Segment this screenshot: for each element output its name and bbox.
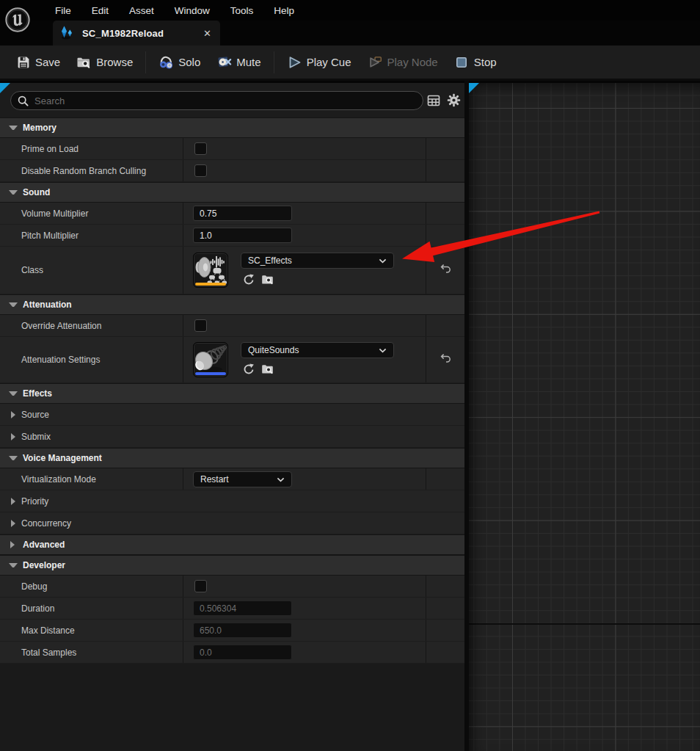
property-label: Virtualization Mode <box>0 468 183 490</box>
mute-button[interactable]: Mute <box>208 46 269 79</box>
expander-row-submix[interactable]: Submix <box>0 426 464 448</box>
row-label: Source <box>21 410 49 420</box>
play-cue-button[interactable]: Play Cue <box>279 46 360 79</box>
menu-items: FileEditAssetWindowToolsHelp <box>45 0 305 21</box>
tab-close-button[interactable]: ✕ <box>203 21 211 46</box>
reset-column <box>426 160 464 181</box>
category-header-memory[interactable]: Memory <box>0 117 464 138</box>
prime-on-load-checkbox[interactable] <box>194 142 207 155</box>
menu-item-tools[interactable]: Tools <box>220 5 264 16</box>
asset-tab-sc-m1982reload[interactable]: SC_M1982Reload ✕ <box>53 21 220 46</box>
dropdown-value: SC_Effects <box>248 255 292 266</box>
property-value-cell <box>183 138 426 159</box>
asset-picker: SC_Effects <box>241 253 394 289</box>
reset-to-default-icon[interactable] <box>440 264 451 277</box>
toolbar: SaveBrowseSoloMutePlay CuePlay NodeStop <box>0 46 700 81</box>
search-box[interactable] <box>10 91 423 110</box>
class-dropdown[interactable]: SC_Effects <box>241 253 394 269</box>
browse-to-asset-icon[interactable] <box>261 274 274 289</box>
property-row-debug: Debug <box>0 576 464 598</box>
expander-row-priority[interactable]: Priority <box>0 490 464 512</box>
property-label: Max Distance <box>0 620 183 641</box>
property-value-cell: SC_Effects <box>183 247 426 294</box>
play-cue-icon <box>287 54 302 70</box>
search-row-icons <box>427 83 461 117</box>
solo-icon <box>158 54 174 70</box>
play-cue-label: Play Cue <box>307 56 351 68</box>
collapsed-arrow-icon[interactable] <box>11 498 18 505</box>
debug-checkbox[interactable] <box>194 580 207 592</box>
category-header-sound[interactable]: Sound <box>0 182 464 203</box>
volume-multiplier-field[interactable]: 0.75 <box>193 206 292 221</box>
collapsed-arrow-icon[interactable] <box>11 520 18 527</box>
expander-row-source[interactable]: Source <box>0 404 464 426</box>
property-row-duration: Duration0.506304 <box>0 598 464 620</box>
chevron-down-icon <box>379 345 387 355</box>
property-label: Disable Random Branch Culling <box>0 160 183 181</box>
browse-to-asset-icon[interactable] <box>261 363 274 378</box>
reset-to-default-icon[interactable] <box>440 353 451 366</box>
unreal-engine-logo-icon[interactable] <box>4 7 31 33</box>
category-label: Advanced <box>23 540 65 550</box>
chevron-down-icon <box>379 255 387 266</box>
property-value-cell <box>183 160 426 181</box>
collapsed-arrow-icon[interactable] <box>11 433 18 440</box>
max-distance-field: 650.0 <box>193 623 292 638</box>
menu-item-asset[interactable]: Asset <box>119 5 164 16</box>
expander-row-concurrency[interactable]: Concurrency <box>0 512 464 534</box>
use-selected-asset-icon[interactable] <box>243 274 255 289</box>
row-label: Concurrency <box>21 518 71 529</box>
menu-item-window[interactable]: Window <box>164 5 220 16</box>
property-row-volume-multiplier: Volume Multiplier0.75 <box>0 203 464 225</box>
unreal-soundcue-editor-window: FileEditAssetWindowToolsHelp SC_M1982Rel… <box>0 0 700 751</box>
property-value-cell: 650.0 <box>183 620 426 641</box>
override-attenuation-checkbox[interactable] <box>194 319 207 332</box>
category-header-effects[interactable]: Effects <box>0 383 464 404</box>
category-header-attenuation[interactable]: Attenuation <box>0 294 464 315</box>
soundcue-icon <box>59 26 74 40</box>
solo-button[interactable]: Solo <box>150 46 208 79</box>
toolbar-separator <box>274 51 274 73</box>
property-label: Debug <box>0 576 183 597</box>
menu-item-file[interactable]: File <box>45 5 81 16</box>
category-label: Effects <box>23 388 52 399</box>
column-view-icon[interactable] <box>427 94 440 107</box>
mute-icon <box>216 54 232 70</box>
property-value-cell <box>183 576 426 597</box>
search-icon <box>18 95 29 106</box>
property-value-cell: QuiteSounds <box>183 337 426 382</box>
category-header-voice-management[interactable]: Voice Management <box>0 448 464 468</box>
play-node-button[interactable]: Play Node <box>360 46 446 79</box>
stop-button[interactable]: Stop <box>446 46 505 79</box>
reset-column <box>426 337 464 382</box>
reset-column <box>426 247 464 294</box>
settings-gear-icon[interactable] <box>447 93 461 107</box>
graph-panel[interactable] <box>469 83 700 751</box>
category-label: Voice Management <box>23 453 102 463</box>
expanded-arrow-icon <box>9 563 18 567</box>
property-value-cell <box>183 315 426 336</box>
attenuation-settings-thumbnail[interactable] <box>193 342 228 377</box>
save-button[interactable]: Save <box>7 46 68 79</box>
property-row-total-samples: Total Samples0.0 <box>0 642 464 664</box>
class-thumbnail[interactable] <box>193 253 228 288</box>
total-samples-field: 0.0 <box>193 645 292 660</box>
menu-item-edit[interactable]: Edit <box>81 5 119 16</box>
property-label: Pitch Multiplier <box>0 225 183 246</box>
property-label: Prime on Load <box>0 138 183 159</box>
collapsed-arrow-icon[interactable] <box>11 411 18 418</box>
details-property-list: MemoryPrime on LoadDisable Random Branch… <box>0 117 464 664</box>
search-input[interactable] <box>34 95 387 106</box>
attenuation-settings-dropdown[interactable]: QuiteSounds <box>241 342 394 358</box>
disable-random-branch-culling-checkbox[interactable] <box>194 164 207 177</box>
use-selected-asset-icon[interactable] <box>243 363 255 378</box>
property-row-disable-random-branch-culling: Disable Random Branch Culling <box>0 160 464 182</box>
pitch-multiplier-field[interactable]: 1.0 <box>193 228 292 243</box>
category-header-developer[interactable]: Developer <box>0 555 464 576</box>
details-empty-space <box>0 664 464 751</box>
tab-bar: SC_M1982Reload ✕ <box>0 21 700 46</box>
category-header-advanced[interactable]: Advanced <box>0 534 464 555</box>
menu-item-help[interactable]: Help <box>263 5 305 16</box>
virtualization-mode-dropdown[interactable]: Restart <box>193 471 292 487</box>
browse-button[interactable]: Browse <box>68 46 141 79</box>
